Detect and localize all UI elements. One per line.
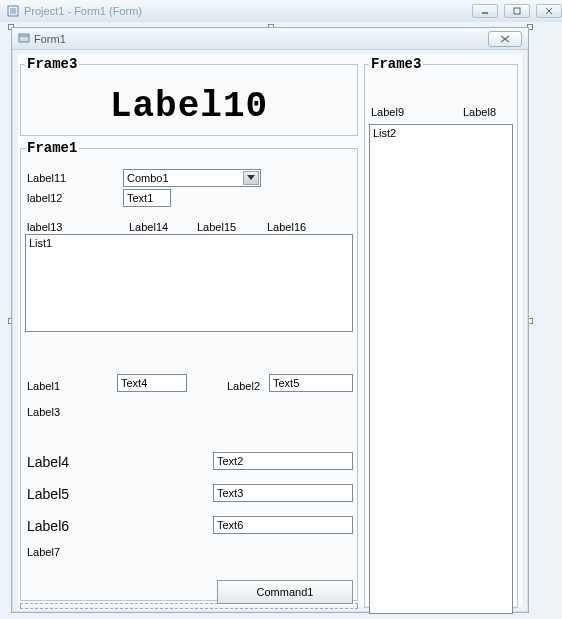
designer-window: Project1 - Form1 (Form) Form1 Frame3 Lab… [0,0,562,619]
label11: Label11 [27,172,66,184]
text5[interactable]: Text5 [269,374,353,392]
label9: Label9 [371,106,404,118]
label13: label13 [27,221,62,233]
svg-marker-10 [247,175,255,180]
label4: Label4 [27,454,69,470]
form-icon [18,32,30,46]
text3[interactable]: Text3 [213,484,353,502]
form-titlebar: Form1 [12,28,528,50]
close-form-button[interactable] [488,31,522,47]
label1: Label1 [27,380,60,392]
text6[interactable]: Text6 [213,516,353,534]
minimize-button[interactable] [472,4,498,18]
label5: Label5 [27,486,69,502]
text4[interactable]: Text4 [117,374,187,392]
maximize-button[interactable] [504,4,530,18]
command1-button[interactable]: Command1 [217,580,353,604]
combo1-value: Combo1 [127,172,169,184]
frame-right: Frame3 Label9 Label8 List2 [364,56,518,608]
list1-item: List1 [29,237,52,249]
chevron-down-icon[interactable] [243,171,259,185]
label8: Label8 [463,106,496,118]
list1[interactable]: List1 [25,234,353,332]
app-icon [6,4,20,18]
close-outer-button[interactable] [536,4,562,18]
list2-item: List2 [373,127,396,139]
form-window: Form1 Frame3 Label10 Frame1 Label11 Comb… [11,27,529,613]
frame1: Frame1 Label11 Combo1 label12 Text1 labe… [20,140,358,601]
frame1-legend: Frame1 [25,140,79,156]
svg-rect-3 [514,8,520,14]
combo1[interactable]: Combo1 [123,169,261,187]
text2[interactable]: Text2 [213,452,353,470]
frame-right-legend: Frame3 [369,56,423,72]
label14: Label14 [129,221,168,233]
form-canvas[interactable]: Frame3 Label10 Frame1 Label11 Combo1 lab… [18,54,522,606]
svg-rect-1 [10,8,16,14]
text1[interactable]: Text1 [123,189,171,207]
command1-label: Command1 [257,586,314,598]
label6: Label6 [27,518,69,534]
frame-top-legend: Frame3 [25,56,79,72]
label15: Label15 [197,221,236,233]
frame-top: Frame3 Label10 [20,56,358,136]
label2: Label2 [227,380,260,392]
label12: label12 [27,192,62,204]
label16: Label16 [267,221,306,233]
outer-titlebar: Project1 - Form1 (Form) [0,0,562,22]
label3: Label3 [27,406,60,418]
svg-rect-6 [19,34,29,42]
form-title-text: Form1 [34,33,66,45]
list2[interactable]: List2 [369,124,513,614]
outer-title: Project1 - Form1 (Form) [24,5,142,17]
label7: Label7 [27,546,60,558]
label10: Label10 [21,86,357,127]
